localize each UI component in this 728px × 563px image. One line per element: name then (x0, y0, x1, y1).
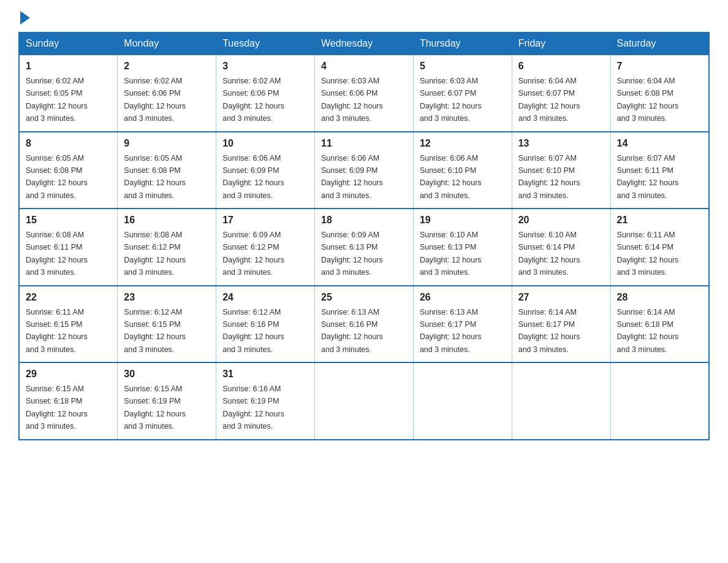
day-number: 19 (420, 213, 506, 228)
header-saturday: Saturday (610, 33, 709, 55)
calendar-cell: 30Sunrise: 6:15 AMSunset: 6:19 PMDayligh… (118, 362, 216, 440)
day-number: 5 (420, 59, 506, 74)
calendar-cell (413, 362, 512, 440)
calendar-cell: 16Sunrise: 6:08 AMSunset: 6:12 PMDayligh… (118, 209, 216, 286)
calendar-cell: 20Sunrise: 6:10 AMSunset: 6:14 PMDayligh… (512, 209, 610, 286)
day-number: 21 (617, 213, 702, 228)
day-info: Sunrise: 6:12 AMSunset: 6:15 PMDaylight:… (124, 308, 186, 354)
day-number: 4 (321, 59, 407, 74)
calendar-cell: 7Sunrise: 6:04 AMSunset: 6:08 PMDaylight… (610, 55, 709, 132)
day-info: Sunrise: 6:06 AMSunset: 6:10 PMDaylight:… (420, 154, 482, 200)
day-number: 28 (617, 290, 702, 305)
day-number: 7 (617, 59, 702, 74)
logo (18, 12, 30, 22)
day-number: 25 (321, 290, 407, 305)
day-info: Sunrise: 6:09 AMSunset: 6:13 PMDaylight:… (321, 231, 383, 277)
calendar-cell: 23Sunrise: 6:12 AMSunset: 6:15 PMDayligh… (118, 286, 216, 363)
calendar-cell: 8Sunrise: 6:05 AMSunset: 6:08 PMDaylight… (19, 132, 118, 209)
calendar-header-row: SundayMondayTuesdayWednesdayThursdayFrid… (19, 33, 709, 55)
day-info: Sunrise: 6:13 AMSunset: 6:16 PMDaylight:… (321, 308, 383, 354)
calendar-cell (512, 362, 610, 440)
day-number: 10 (222, 136, 308, 151)
day-number: 23 (124, 290, 210, 305)
day-number: 16 (124, 213, 210, 228)
week-row-5: 29Sunrise: 6:15 AMSunset: 6:18 PMDayligh… (19, 362, 709, 440)
day-info: Sunrise: 6:02 AMSunset: 6:05 PMDaylight:… (26, 77, 88, 123)
day-info: Sunrise: 6:10 AMSunset: 6:14 PMDaylight:… (518, 231, 580, 277)
day-info: Sunrise: 6:11 AMSunset: 6:15 PMDaylight:… (26, 308, 88, 354)
calendar-cell: 25Sunrise: 6:13 AMSunset: 6:16 PMDayligh… (315, 286, 414, 363)
day-number: 14 (617, 136, 702, 151)
day-info: Sunrise: 6:07 AMSunset: 6:10 PMDaylight:… (518, 154, 580, 200)
header (18, 12, 710, 22)
week-row-2: 8Sunrise: 6:05 AMSunset: 6:08 PMDaylight… (19, 132, 709, 209)
calendar-cell: 22Sunrise: 6:11 AMSunset: 6:15 PMDayligh… (19, 286, 118, 363)
day-number: 26 (420, 290, 506, 305)
day-info: Sunrise: 6:15 AMSunset: 6:19 PMDaylight:… (124, 385, 186, 431)
header-wednesday: Wednesday (315, 33, 414, 55)
week-row-4: 22Sunrise: 6:11 AMSunset: 6:15 PMDayligh… (19, 286, 709, 363)
calendar-cell: 5Sunrise: 6:03 AMSunset: 6:07 PMDaylight… (413, 55, 512, 132)
day-info: Sunrise: 6:08 AMSunset: 6:12 PMDaylight:… (124, 231, 186, 277)
day-number: 1 (26, 59, 111, 74)
header-monday: Monday (118, 33, 216, 55)
calendar-cell: 4Sunrise: 6:03 AMSunset: 6:06 PMDaylight… (315, 55, 414, 132)
calendar-cell: 21Sunrise: 6:11 AMSunset: 6:14 PMDayligh… (610, 209, 709, 286)
calendar-cell: 27Sunrise: 6:14 AMSunset: 6:17 PMDayligh… (512, 286, 610, 363)
day-number: 8 (26, 136, 111, 151)
day-info: Sunrise: 6:02 AMSunset: 6:06 PMDaylight:… (222, 77, 284, 123)
day-number: 13 (518, 136, 604, 151)
day-number: 20 (518, 213, 604, 228)
day-info: Sunrise: 6:16 AMSunset: 6:19 PMDaylight:… (222, 385, 284, 431)
calendar-cell: 10Sunrise: 6:06 AMSunset: 6:09 PMDayligh… (216, 132, 315, 209)
header-sunday: Sunday (19, 33, 118, 55)
calendar-cell: 28Sunrise: 6:14 AMSunset: 6:18 PMDayligh… (610, 286, 709, 363)
header-tuesday: Tuesday (216, 33, 315, 55)
calendar-cell: 11Sunrise: 6:06 AMSunset: 6:09 PMDayligh… (315, 132, 414, 209)
day-info: Sunrise: 6:07 AMSunset: 6:11 PMDaylight:… (617, 154, 679, 200)
day-number: 31 (222, 367, 308, 381)
day-info: Sunrise: 6:03 AMSunset: 6:06 PMDaylight:… (321, 77, 383, 123)
calendar-cell: 18Sunrise: 6:09 AMSunset: 6:13 PMDayligh… (315, 209, 414, 286)
day-number: 15 (26, 213, 111, 228)
day-info: Sunrise: 6:04 AMSunset: 6:07 PMDaylight:… (518, 77, 580, 123)
day-number: 2 (124, 59, 210, 74)
day-number: 11 (321, 136, 407, 151)
day-info: Sunrise: 6:09 AMSunset: 6:12 PMDaylight:… (222, 231, 284, 277)
day-info: Sunrise: 6:14 AMSunset: 6:18 PMDaylight:… (617, 308, 679, 354)
day-info: Sunrise: 6:10 AMSunset: 6:13 PMDaylight:… (420, 231, 482, 277)
day-info: Sunrise: 6:15 AMSunset: 6:18 PMDaylight:… (26, 385, 88, 431)
calendar-cell (315, 362, 414, 440)
week-row-1: 1Sunrise: 6:02 AMSunset: 6:05 PMDaylight… (19, 55, 709, 132)
day-info: Sunrise: 6:13 AMSunset: 6:17 PMDaylight:… (420, 308, 482, 354)
day-number: 3 (222, 59, 308, 74)
day-info: Sunrise: 6:02 AMSunset: 6:06 PMDaylight:… (124, 77, 186, 123)
day-info: Sunrise: 6:06 AMSunset: 6:09 PMDaylight:… (222, 154, 284, 200)
day-info: Sunrise: 6:05 AMSunset: 6:08 PMDaylight:… (26, 154, 88, 200)
day-number: 27 (518, 290, 604, 305)
calendar-cell: 17Sunrise: 6:09 AMSunset: 6:12 PMDayligh… (216, 209, 315, 286)
calendar-cell: 6Sunrise: 6:04 AMSunset: 6:07 PMDaylight… (512, 55, 610, 132)
day-info: Sunrise: 6:06 AMSunset: 6:09 PMDaylight:… (321, 154, 383, 200)
day-number: 24 (222, 290, 308, 305)
day-number: 22 (26, 290, 111, 305)
day-number: 17 (222, 213, 308, 228)
day-info: Sunrise: 6:12 AMSunset: 6:16 PMDaylight:… (222, 308, 284, 354)
calendar-cell (610, 362, 709, 440)
day-number: 29 (26, 367, 111, 381)
day-number: 9 (124, 136, 210, 151)
header-friday: Friday (512, 33, 610, 55)
calendar-cell: 13Sunrise: 6:07 AMSunset: 6:10 PMDayligh… (512, 132, 610, 209)
calendar-cell: 9Sunrise: 6:05 AMSunset: 6:08 PMDaylight… (118, 132, 216, 209)
calendar-cell: 1Sunrise: 6:02 AMSunset: 6:05 PMDaylight… (19, 55, 118, 132)
day-info: Sunrise: 6:05 AMSunset: 6:08 PMDaylight:… (124, 154, 186, 200)
day-info: Sunrise: 6:03 AMSunset: 6:07 PMDaylight:… (420, 77, 482, 123)
calendar-cell: 2Sunrise: 6:02 AMSunset: 6:06 PMDaylight… (118, 55, 216, 132)
day-number: 12 (420, 136, 506, 151)
calendar-cell: 29Sunrise: 6:15 AMSunset: 6:18 PMDayligh… (19, 362, 118, 440)
day-number: 30 (124, 367, 210, 381)
day-number: 6 (518, 59, 604, 74)
calendar-cell: 19Sunrise: 6:10 AMSunset: 6:13 PMDayligh… (413, 209, 512, 286)
calendar-cell: 31Sunrise: 6:16 AMSunset: 6:19 PMDayligh… (216, 362, 315, 440)
calendar-cell: 14Sunrise: 6:07 AMSunset: 6:11 PMDayligh… (610, 132, 709, 209)
